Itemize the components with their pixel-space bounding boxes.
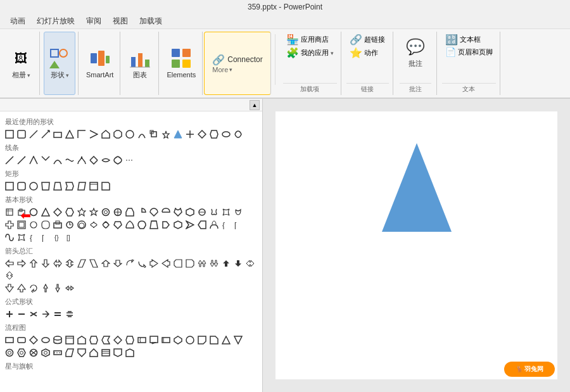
shape-item[interactable] [4, 219, 15, 231]
shape-item[interactable] [148, 129, 160, 140]
shape-item[interactable] [136, 258, 148, 269]
shape-item[interactable] [184, 206, 196, 218]
shape-item[interactable] [100, 347, 111, 358]
shape-button[interactable]: 形状 ▾ [44, 32, 75, 95]
menu-view[interactable]: 视图 [108, 15, 133, 28]
shape-item[interactable] [64, 308, 75, 320]
shape-item[interactable] [64, 347, 75, 358]
menu-slideshow[interactable]: 幻灯片放映 [32, 15, 80, 28]
shape-item[interactable] [4, 308, 15, 320]
shape-item[interactable] [184, 258, 196, 269]
shape-item[interactable] [196, 206, 208, 218]
shape-item[interactable] [40, 282, 51, 294]
shape-item[interactable] [88, 155, 99, 166]
shape-item[interactable] [88, 258, 99, 269]
shape-item[interactable] [208, 258, 220, 269]
menu-addins[interactable]: 加载项 [134, 15, 167, 28]
shape-item[interactable]: [] [64, 232, 75, 243]
shape-item[interactable] [208, 206, 220, 218]
shape-item[interactable] [88, 347, 99, 358]
shape-item[interactable] [136, 334, 148, 346]
shape-item[interactable] [4, 129, 15, 140]
shape-item[interactable] [136, 129, 148, 140]
shape-item[interactable] [100, 258, 111, 269]
shape-item[interactable] [28, 282, 39, 294]
shape-item[interactable] [208, 129, 220, 140]
shape-item[interactable] [100, 219, 111, 231]
shape-item[interactable] [148, 334, 160, 346]
panel-scroll-up[interactable]: ▲ [250, 100, 260, 110]
shape-item[interactable] [208, 219, 220, 231]
shape-item[interactable] [52, 206, 63, 218]
shape-item[interactable] [52, 155, 63, 166]
shape-item[interactable] [196, 219, 208, 231]
shape-item[interactable]: {} [52, 232, 63, 243]
shape-item[interactable] [232, 206, 244, 218]
elements-button[interactable]: Elements [163, 32, 200, 95]
shape-item[interactable] [220, 258, 232, 269]
shape-item[interactable] [112, 129, 124, 140]
shape-item[interactable] [136, 219, 148, 231]
shape-item[interactable] [4, 155, 15, 166]
comment-button[interactable]: 💬 批注 [400, 33, 431, 70]
shape-item[interactable] [16, 258, 27, 269]
shape-item[interactable] [40, 129, 51, 140]
shape-item[interactable] [16, 180, 27, 192]
chart-button[interactable]: 图表 [124, 32, 156, 95]
shape-item[interactable] [112, 258, 124, 269]
shape-item[interactable] [4, 206, 15, 218]
shape-item[interactable] [40, 219, 51, 231]
shape-item[interactable] [244, 258, 256, 269]
shape-item[interactable] [160, 258, 172, 269]
shape-item[interactable] [16, 308, 27, 320]
shape-item[interactable] [184, 219, 196, 231]
shape-item[interactable] [88, 334, 99, 346]
shape-item[interactable] [4, 180, 15, 192]
shape-item[interactable] [4, 232, 15, 243]
shape-item[interactable] [160, 334, 172, 346]
shape-item[interactable] [28, 347, 39, 358]
shape-item[interactable] [4, 282, 15, 294]
shape-item[interactable] [76, 334, 87, 346]
shape-item[interactable] [100, 334, 111, 346]
shape-item[interactable] [40, 258, 51, 269]
connector-button[interactable]: 🔗 Connector More ▾ [210, 53, 265, 75]
shape-item[interactable] [112, 155, 124, 166]
shape-item[interactable] [148, 206, 160, 218]
shape-item[interactable] [76, 129, 87, 140]
shape-item[interactable] [16, 155, 27, 166]
shape-item[interactable] [40, 180, 51, 192]
action-button[interactable]: ⭐ 动作 [346, 46, 389, 60]
shape-item[interactable] [160, 206, 172, 218]
shape-item[interactable] [196, 129, 208, 140]
shape-item[interactable] [64, 206, 75, 218]
shape-item[interactable] [184, 334, 196, 346]
shape-item[interactable] [16, 334, 27, 346]
shape-item[interactable] [232, 258, 244, 269]
shape-item[interactable] [112, 334, 124, 346]
shape-item[interactable] [172, 129, 184, 140]
shape-item[interactable] [124, 129, 136, 140]
hyperlink-button[interactable]: 🔗 超链接 [346, 33, 389, 46]
shape-item[interactable]: [ [40, 232, 51, 243]
shape-item[interactable] [76, 180, 87, 192]
shape-item[interactable] [52, 334, 63, 346]
shape-item[interactable] [28, 180, 39, 192]
shape-item[interactable] [88, 129, 99, 140]
shape-item[interactable] [76, 258, 87, 269]
shape-item[interactable] [124, 155, 136, 166]
shape-item[interactable] [64, 155, 75, 166]
textbox-button[interactable]: 🔡 文本框 [442, 33, 496, 46]
shape-item[interactable] [232, 129, 244, 140]
shape-item[interactable] [76, 155, 87, 166]
shape-item[interactable] [40, 206, 51, 218]
shape-item[interactable] [172, 258, 184, 269]
shape-item[interactable] [4, 347, 15, 358]
shape-item[interactable] [52, 219, 63, 231]
shape-item[interactable] [208, 334, 220, 346]
shape-item[interactable] [124, 334, 136, 346]
shape-item[interactable] [4, 270, 15, 281]
shape-item[interactable] [64, 129, 75, 140]
shape-item[interactable] [196, 334, 208, 346]
shape-item[interactable] [64, 180, 75, 192]
